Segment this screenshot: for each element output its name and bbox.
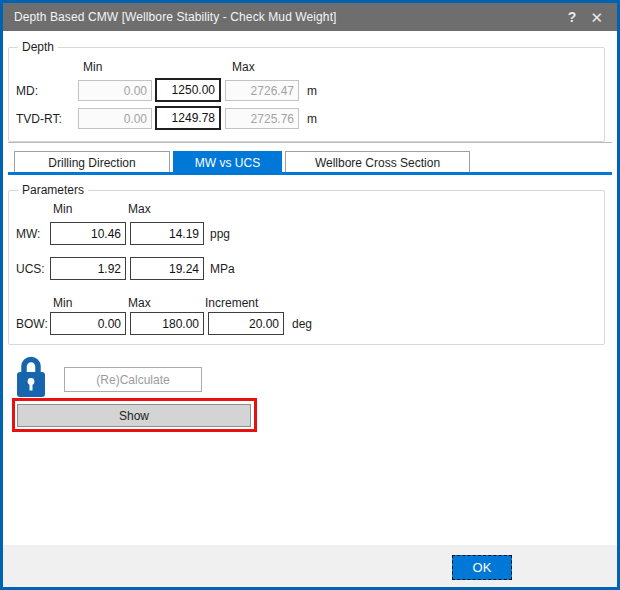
bow-max-field[interactable] — [130, 312, 204, 335]
depth-max-header: Max — [232, 60, 255, 74]
lock-icon — [13, 356, 49, 399]
bow-unit: deg — [292, 317, 312, 331]
md-min-field — [78, 80, 152, 101]
bow-min-field[interactable] — [50, 312, 126, 335]
tvd-max-field — [225, 108, 299, 129]
mw-unit: ppg — [210, 227, 230, 241]
show-button[interactable]: Show — [17, 404, 251, 427]
depth-min-header: Min — [83, 60, 102, 74]
md-max-field — [225, 80, 299, 101]
close-icon[interactable]: ✕ — [590, 10, 603, 25]
param-max-header: Max — [128, 202, 151, 216]
bow-label: BOW: — [16, 317, 48, 331]
titlebar-buttons: ? ✕ — [568, 10, 617, 25]
title-bar[interactable]: Depth Based CMW [Wellbore Stability - Ch… — [3, 3, 617, 31]
bow-max-header: Max — [128, 296, 151, 310]
mw-max-field[interactable] — [130, 222, 204, 245]
dialog-window: Depth Based CMW [Wellbore Stability - Ch… — [0, 0, 620, 590]
param-min-header: Min — [53, 202, 72, 216]
ok-button[interactable]: OK — [452, 555, 512, 580]
bow-min-header: Min — [53, 296, 72, 310]
md-label: MD: — [16, 84, 38, 98]
md-unit: m — [307, 84, 317, 98]
bow-increment-header: Increment — [205, 296, 258, 310]
depth-group-label: Depth — [18, 40, 58, 54]
active-tab-underline — [8, 172, 612, 175]
parameters-group-label: Parameters — [18, 183, 88, 197]
ucs-max-field[interactable] — [130, 257, 204, 280]
ucs-label: UCS: — [16, 262, 45, 276]
window-title: Depth Based CMW [Wellbore Stability - Ch… — [3, 10, 337, 24]
tvd-current-field[interactable] — [155, 106, 221, 130]
tab-mw-vs-ucs[interactable]: MW vs UCS — [173, 151, 282, 175]
help-icon[interactable]: ? — [568, 10, 577, 24]
mw-label: MW: — [16, 227, 40, 241]
tvd-min-field — [78, 108, 152, 129]
tab-wellbore-cross-section[interactable]: Wellbore Cross Section — [285, 151, 470, 173]
ucs-unit: MPa — [210, 262, 235, 276]
recalculate-button[interactable]: (Re)Calculate — [64, 367, 202, 392]
mw-min-field[interactable] — [50, 222, 126, 245]
md-current-field[interactable] — [155, 78, 221, 102]
tab-area-separator — [8, 142, 612, 143]
tvd-label: TVD-RT: — [16, 112, 62, 126]
footer-bar — [3, 545, 617, 587]
tab-drilling-direction[interactable]: Drilling Direction — [14, 151, 170, 173]
tvd-unit: m — [307, 112, 317, 126]
ucs-min-field[interactable] — [50, 257, 126, 280]
bow-increment-field[interactable] — [208, 312, 284, 335]
